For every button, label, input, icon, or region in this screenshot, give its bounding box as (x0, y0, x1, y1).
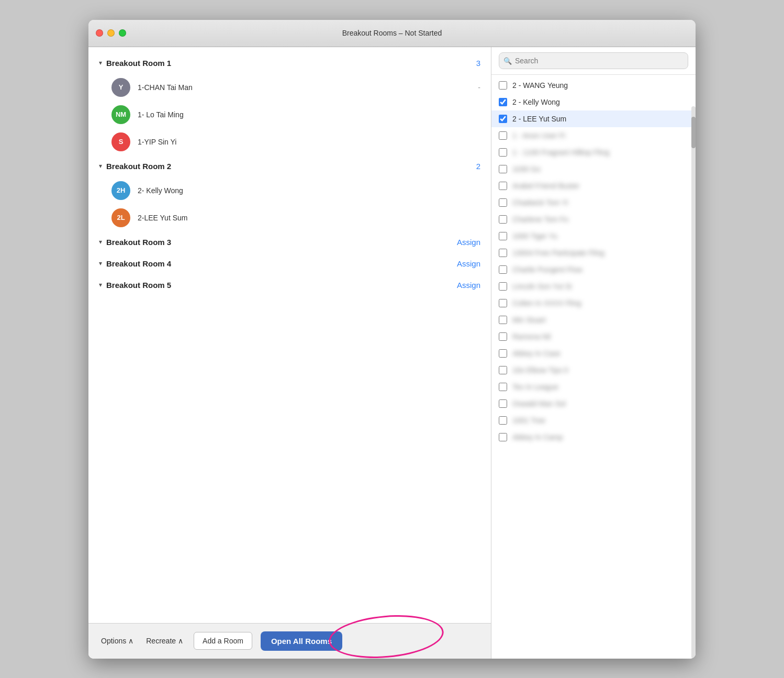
list-item[interactable]: 1 - Anon User Fi (491, 127, 696, 144)
room-section-1: ▾ Breakout Room 1 3 Y 1-CHAN Tai Man - N… (88, 52, 491, 155)
participant-label: Lincoln Son Yut Si (512, 282, 572, 291)
participant-checkbox[interactable] (499, 349, 507, 358)
list-item[interactable]: 2 - LEE Yut Sum (491, 110, 696, 127)
participant-checkbox[interactable] (499, 399, 507, 408)
participant-checkbox[interactable] (499, 433, 507, 441)
participant-checkbox[interactable] (499, 148, 507, 157)
maximize-button[interactable] (119, 29, 126, 37)
room-assign-3[interactable]: Assign (457, 238, 480, 247)
list-item[interactable]: Tex In League (491, 379, 696, 395)
list-item[interactable]: 13004 Free Participate Fling (491, 244, 696, 261)
list-item[interactable]: 1001 Tree (491, 412, 696, 429)
list-item[interactable]: Colten In XXXX Fling (491, 295, 696, 312)
participant-checklist: 2 - WANG Yeung 2 - Kelly Wong 2 - LEE Yu… (491, 75, 696, 659)
participant-label: 10o Elbow Tips 0 (512, 366, 568, 374)
participant-row: 2L 2-LEE Yut Sum (88, 204, 491, 231)
recreate-button[interactable]: Recreate ∧ (144, 633, 185, 648)
search-input[interactable] (499, 52, 688, 69)
content-area: ▾ Breakout Room 1 3 Y 1-CHAN Tai Man - N… (88, 47, 696, 659)
participant-checkbox[interactable] (499, 131, 507, 140)
participant-checkbox[interactable] (499, 98, 507, 106)
recreate-chevron-icon: ∧ (178, 637, 183, 645)
participant-label: Chadwick Tom Yi (512, 198, 568, 207)
list-item[interactable]: Ramona Nil (491, 328, 696, 345)
add-room-button[interactable]: Add a Room (194, 632, 252, 650)
participant-checkbox[interactable] (499, 249, 507, 257)
participant-checkbox[interactable] (499, 265, 507, 274)
list-item[interactable]: Min Stuart (491, 312, 696, 328)
participant-label: Tex In League (512, 383, 558, 391)
room-header-4[interactable]: ▾ Breakout Room 4 Assign (88, 253, 491, 274)
options-button[interactable]: Options ∧ (99, 633, 136, 648)
chevron-down-icon-3: ▾ (99, 238, 102, 246)
room-header-5[interactable]: ▾ Breakout Room 5 Assign (88, 274, 491, 296)
room-title-3: Breakout Room 3 (106, 238, 457, 247)
participant-label: 1 - 1100 Fragrant Hilltop Fling (512, 148, 609, 157)
participant-checkbox[interactable] (499, 416, 507, 425)
list-item[interactable]: 2 - WANG Yeung (491, 77, 696, 94)
participant-checkbox[interactable] (499, 198, 507, 207)
room-section-3: ▾ Breakout Room 3 Assign (88, 231, 491, 253)
room-assign-4[interactable]: Assign (457, 259, 480, 268)
list-item[interactable]: 10o Elbow Tips 0 (491, 362, 696, 379)
window-title: Breakout Rooms – Not Started (342, 29, 442, 37)
scrollbar-track[interactable] (691, 106, 696, 659)
participant-label: Min Stuart (512, 316, 546, 324)
room-title-2: Breakout Room 2 (106, 162, 476, 171)
participant-label: 1 - Anon User Fi (512, 131, 565, 140)
list-item[interactable]: Abbey In Camp (491, 429, 696, 446)
open-all-rooms-button[interactable]: Open All Rooms (261, 631, 342, 651)
participant-checkbox[interactable] (499, 282, 507, 291)
participant-checkbox[interactable] (499, 332, 507, 341)
room-title-4: Breakout Room 4 (106, 259, 457, 268)
room-assign-5[interactable]: Assign (457, 281, 480, 290)
list-item[interactable]: Chadwick Tom Yi (491, 194, 696, 211)
recreate-label: Recreate (146, 637, 176, 645)
close-button[interactable] (96, 29, 103, 37)
list-item[interactable]: Arabel Friend Buster (491, 177, 696, 194)
participant-row: S 1-YIP Sin Yi (88, 128, 491, 155)
scrollbar-thumb[interactable] (691, 117, 696, 148)
list-item[interactable]: 1000 Tiger Yu (491, 228, 696, 244)
list-item[interactable]: 1030 Go (491, 161, 696, 177)
room-count-2: 2 (476, 162, 480, 171)
participant-checkbox[interactable] (499, 165, 507, 173)
list-item[interactable]: Oswald Man Sol (491, 395, 696, 412)
room-header-3[interactable]: ▾ Breakout Room 3 Assign (88, 231, 491, 253)
right-panel: 🔍 2 - WANG Yeung 2 - Kelly Wong (491, 47, 696, 659)
participant-label: Charlie Pungent Flow (512, 265, 583, 274)
search-container: 🔍 (491, 47, 696, 75)
participant-label: Oswald Man Sol (512, 399, 566, 408)
participants-list: 2 - WANG Yeung 2 - Kelly Wong 2 - LEE Yu… (491, 75, 696, 448)
search-wrap: 🔍 (499, 52, 688, 69)
list-item[interactable]: 2 - Kelly Wong (491, 94, 696, 110)
room-header-2[interactable]: ▾ Breakout Room 2 2 (88, 155, 491, 177)
app-window: Breakout Rooms – Not Started ▾ Breakout … (88, 20, 696, 659)
list-item[interactable]: Lincoln Son Yut Si (491, 278, 696, 295)
room-header-1[interactable]: ▾ Breakout Room 1 3 (88, 52, 491, 74)
participant-label: 1030 Go (512, 165, 541, 173)
room-section-5: ▾ Breakout Room 5 Assign (88, 274, 491, 296)
list-item[interactable]: 1 - 1100 Fragrant Hilltop Fling (491, 144, 696, 161)
participant-checkbox[interactable] (499, 366, 507, 374)
participant-checkbox[interactable] (499, 232, 507, 240)
participant-checkbox[interactable] (499, 299, 507, 307)
participant-checkbox[interactable] (499, 115, 507, 123)
participant-checkbox[interactable] (499, 182, 507, 190)
chevron-down-icon-5: ▾ (99, 281, 102, 288)
list-item[interactable]: Charlene Tom Fo (491, 211, 696, 228)
participant-checkbox[interactable] (499, 215, 507, 224)
participant-name: 1-YIP Sin Yi (138, 138, 480, 146)
participant-checkbox[interactable] (499, 81, 507, 90)
participant-checkbox[interactable] (499, 316, 507, 324)
participant-checkbox[interactable] (499, 383, 507, 391)
search-icon: 🔍 (503, 57, 512, 64)
participant-label: 2 - LEE Yut Sum (512, 115, 566, 123)
minimize-button[interactable] (107, 29, 115, 37)
participant-label: 2 - WANG Yeung (512, 81, 568, 90)
participant-label: Ramona Nil (512, 332, 551, 341)
list-item[interactable]: Charlie Pungent Flow (491, 261, 696, 278)
list-item[interactable]: Abbey In Case (491, 345, 696, 362)
participant-label: 1001 Tree (512, 416, 545, 425)
chevron-down-icon-2: ▾ (99, 162, 102, 170)
